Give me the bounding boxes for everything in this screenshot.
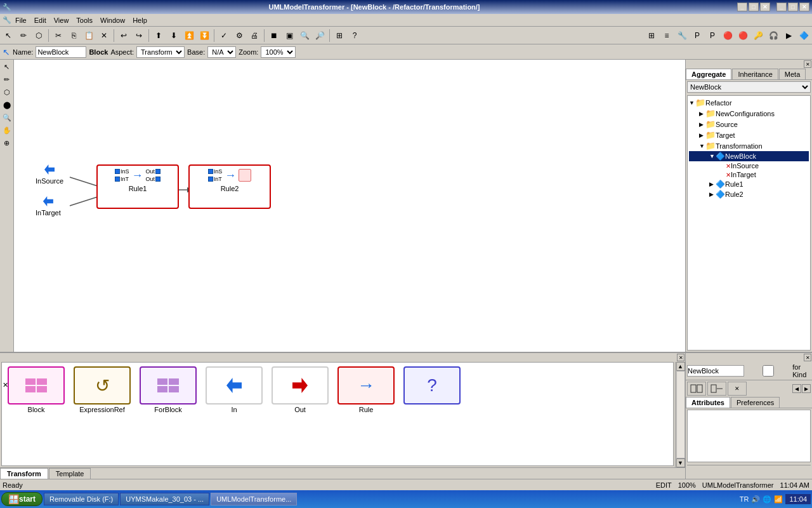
tree-item-source[interactable]: ▶ 📁 Source [689, 119, 809, 130]
tree-item-insource[interactable]: ▶ ✕ InSource [689, 161, 809, 170]
menu-tools[interactable]: Tools [72, 15, 96, 25]
tree-container[interactable]: ▼ 📁 Refactor ▶ 📁 NewConfigurations ▶ 📁 S… [687, 95, 811, 351]
tool-bottom[interactable]: ⏬ [197, 29, 211, 43]
tree-item-refactor[interactable]: ▼ 📁 Refactor [689, 97, 809, 108]
tool-gear[interactable]: ⚙ [232, 29, 246, 43]
bottom-close-icon[interactable]: ✕ [3, 381, 8, 389]
tool-delete[interactable]: ✕ [97, 29, 111, 43]
palette-content[interactable]: Block ↺ ExpressionRef [1, 362, 674, 466]
tool-pencil[interactable]: ✏ [16, 29, 30, 43]
insource-node[interactable]: InSource [36, 164, 63, 185]
tool-up[interactable]: ⬆ [152, 29, 166, 43]
expand-newblock[interactable]: ▼ [709, 153, 716, 159]
rule2-node[interactable]: InS InT → Rule2 [188, 164, 271, 209]
palette-scrollbar[interactable]: ▲ ▼ [675, 362, 685, 467]
rb-btn-left[interactable] [687, 382, 706, 396]
tool-fit[interactable]: ⊞ [332, 29, 346, 43]
expand-rule2[interactable]: ▶ [709, 191, 716, 197]
app-close-btn[interactable]: ✕ [760, 3, 770, 11]
lt-zoom-tool[interactable]: 🔍 [1, 112, 13, 123]
tool-r7[interactable]: 🔴 [736, 29, 750, 43]
tool-r3[interactable]: 🔧 [675, 29, 689, 43]
tool-select[interactable]: ↖ [1, 29, 15, 43]
tool-r9[interactable]: 🎧 [766, 29, 780, 43]
expand-refactor[interactable]: ▼ [689, 100, 695, 106]
lt-pan[interactable]: ✋ [1, 124, 13, 136]
tool-r2[interactable]: ≡ [660, 29, 674, 43]
tool-zoom[interactable]: 🔍 [298, 29, 311, 43]
expand-target[interactable]: ▶ [699, 132, 705, 138]
tool-shape[interactable]: ⬡ [32, 29, 46, 43]
tree-select-dropdown[interactable]: NewBlock [687, 81, 811, 93]
palette-rule[interactable]: → Rule [334, 365, 398, 415]
menu-edit[interactable]: Edit [30, 15, 50, 25]
rb-nav-right[interactable]: ▶ [802, 384, 811, 393]
tool-down[interactable]: ⬇ [167, 29, 181, 43]
tool-r10[interactable]: ▶ [782, 29, 796, 43]
tool-undo[interactable]: ↩ [117, 29, 131, 43]
rb-close-btn[interactable]: ✕ [804, 354, 811, 361]
tree-item-rule1[interactable]: ▶ 🔷 Rule1 [689, 179, 809, 189]
app-minimize-btn[interactable]: _ [737, 3, 747, 11]
doc-minimize-btn[interactable]: _ [776, 3, 787, 11]
expand-transformation[interactable]: ▼ [699, 143, 705, 149]
tool-print[interactable]: 🖨 [247, 29, 261, 43]
expand-rule1[interactable]: ▶ [709, 181, 716, 187]
tool-q[interactable]: ? [348, 29, 362, 43]
tab-meta[interactable]: Meta [779, 69, 806, 79]
taskbar-item-1[interactable]: UYMSMakale_30_03 - ... [120, 493, 209, 505]
tool-check[interactable]: ✓ [217, 29, 231, 43]
scroll-up-btn[interactable]: ▲ [676, 362, 685, 371]
tab-attributes[interactable]: Attributes [686, 397, 730, 408]
tool-r6[interactable]: 🔴 [721, 29, 735, 43]
tab-inheritance[interactable]: Inheritance [732, 69, 778, 79]
palette-expressionref[interactable]: ↺ ExpressionRef [70, 365, 134, 415]
tool-r5[interactable]: P [705, 29, 719, 43]
tool-cut[interactable]: ✂ [51, 29, 65, 43]
right-panel-close-btn[interactable]: ✕ [804, 60, 811, 68]
start-button[interactable]: 🪟 start [1, 492, 43, 506]
tree-item-newconfigs[interactable]: ▶ 📁 NewConfigurations [689, 108, 809, 119]
tab-aggregate[interactable]: Aggregate [686, 69, 731, 79]
tool-paste[interactable]: 📋 [82, 29, 96, 43]
tab-transform[interactable]: Transform [0, 468, 48, 479]
tree-item-transformation[interactable]: ▼ 📁 Transformation [689, 140, 809, 151]
rb-name-input[interactable] [687, 365, 744, 377]
tool-r4[interactable]: P [690, 29, 704, 43]
lt-eraser[interactable]: ⬡ [1, 86, 13, 98]
scroll-thumb[interactable] [676, 371, 685, 458]
canvas-area[interactable]: InSource InTarget InS InT → Out Out [14, 60, 685, 352]
palette-out[interactable]: Out [268, 365, 332, 415]
tool-top[interactable]: ⏫ [182, 29, 196, 43]
tool-zoom2[interactable]: 🔎 [313, 29, 327, 43]
rule1-node[interactable]: InS InT → Out Out Rule1 [96, 164, 179, 209]
doc-restore-btn[interactable]: □ [788, 3, 798, 11]
lt-select[interactable]: ↖ [1, 61, 13, 72]
menu-window[interactable]: Window [96, 15, 129, 25]
menu-file[interactable]: File [11, 15, 30, 25]
lt-extra[interactable]: ⊕ [1, 137, 13, 149]
lt-pencil[interactable]: ✏ [1, 74, 13, 85]
palette-close-btn[interactable]: ✕ [677, 354, 684, 361]
taskbar-item-0[interactable]: Removable Disk (F:) [44, 493, 119, 505]
palette-unknown[interactable]: ? [400, 365, 464, 406]
tree-item-rule2[interactable]: ▶ 🔷 Rule2 [689, 189, 809, 199]
menu-view[interactable]: View [50, 15, 73, 25]
palette-forblock[interactable]: ForBlock [136, 365, 200, 415]
tool-rect[interactable]: ▣ [282, 29, 296, 43]
aspect-select[interactable]: Transform [136, 46, 185, 58]
rb-nav-left[interactable]: ◀ [792, 384, 801, 393]
tab-template[interactable]: Template [49, 468, 91, 479]
tool-r8[interactable]: 🔑 [751, 29, 765, 43]
tree-item-intarget[interactable]: ▶ ✕ InTarget [689, 170, 809, 179]
lt-lasso[interactable]: ⬤ [1, 99, 13, 110]
tool-r1[interactable]: ⊞ [645, 29, 658, 43]
app-restore-btn[interactable]: □ [749, 3, 759, 11]
scroll-down-btn[interactable]: ▼ [676, 458, 685, 467]
tree-item-newblock[interactable]: ▼ 🔷 NewBlock [689, 151, 809, 161]
menu-help[interactable]: Help [129, 15, 151, 25]
expand-source[interactable]: ▶ [699, 121, 705, 128]
name-input[interactable] [36, 46, 86, 58]
expand-newconfigs[interactable]: ▶ [699, 110, 705, 117]
tool-r11[interactable]: 🔷 [797, 29, 811, 43]
